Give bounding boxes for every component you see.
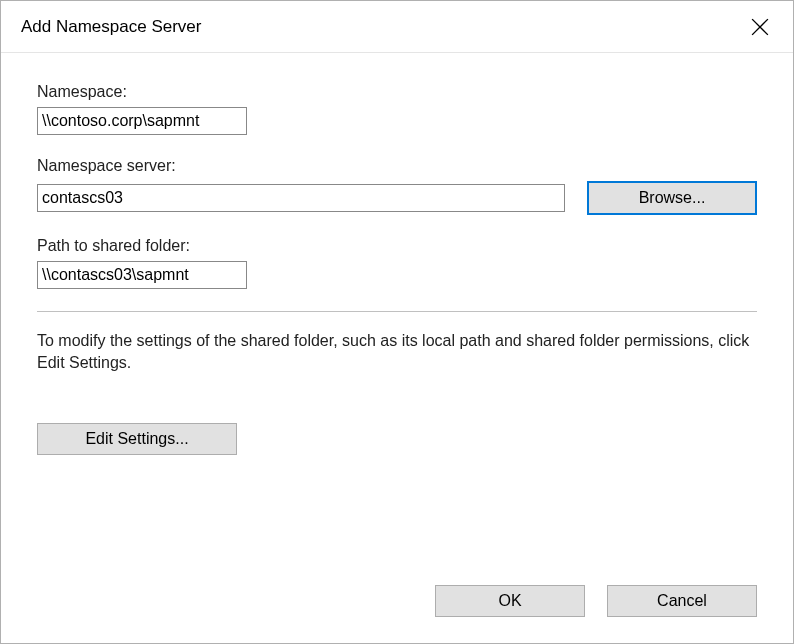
dialog-title: Add Namespace Server: [21, 17, 201, 37]
path-group: Path to shared folder:: [37, 237, 757, 289]
edit-settings-wrap: Edit Settings...: [37, 423, 757, 455]
dialog-content: Namespace: Namespace server: Browse... P…: [1, 53, 793, 575]
dialog-window: Add Namespace Server Namespace: Namespac…: [0, 0, 794, 644]
namespace-group: Namespace:: [37, 83, 757, 135]
namespace-input[interactable]: [37, 107, 247, 135]
cancel-button[interactable]: Cancel: [607, 585, 757, 617]
close-icon: [751, 18, 769, 36]
path-input[interactable]: [37, 261, 247, 289]
browse-button[interactable]: Browse...: [587, 181, 757, 215]
server-label: Namespace server:: [37, 157, 757, 175]
path-label: Path to shared folder:: [37, 237, 757, 255]
server-input[interactable]: [37, 184, 565, 212]
close-button[interactable]: [737, 4, 783, 50]
server-group: Namespace server: Browse...: [37, 157, 757, 215]
button-bar: OK Cancel: [1, 575, 793, 643]
divider: [37, 311, 757, 312]
edit-settings-button[interactable]: Edit Settings...: [37, 423, 237, 455]
info-text: To modify the settings of the shared fol…: [37, 330, 757, 375]
server-row: Browse...: [37, 181, 757, 215]
ok-button[interactable]: OK: [435, 585, 585, 617]
namespace-label: Namespace:: [37, 83, 757, 101]
titlebar: Add Namespace Server: [1, 1, 793, 53]
